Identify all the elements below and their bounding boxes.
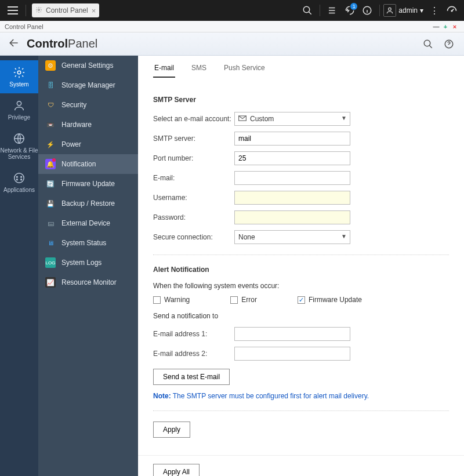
password-input[interactable] (234, 210, 350, 224)
email-address-1-input[interactable] (234, 327, 350, 341)
smtp-server-input[interactable] (234, 132, 350, 146)
pass-label: Password: (153, 213, 234, 221)
sidebar-item-backup[interactable]: 💾Backup / Restore (38, 194, 138, 213)
sidebar-item-external[interactable]: 🖴External Device (38, 213, 138, 233)
divider (379, 5, 380, 16)
admin-menu[interactable]: admin ▾ (396, 6, 426, 14)
logs-icon: LOG (45, 257, 56, 268)
sidebar-item-status[interactable]: 🖥System Status (38, 233, 138, 253)
username-input[interactable] (234, 191, 350, 205)
os-topbar: Control Panel × 1 admin ▾ ⋮ (0, 0, 464, 21)
svg-point-12 (21, 176, 22, 177)
tab-sms[interactable]: SMS (190, 61, 208, 78)
rail-privilege[interactable]: Privilege (0, 93, 38, 126)
svg-point-5 (424, 40, 430, 46)
notification-badge: 1 (350, 3, 357, 10)
send-test-email-button[interactable]: Send a test E-mail (153, 369, 230, 385)
monitor-icon: 📈 (45, 277, 56, 288)
port-label: Port number: (153, 154, 234, 162)
window-titlebar: Control Panel — + × (0, 21, 464, 32)
sidebar-item-logs[interactable]: LOGSystem Logs (38, 253, 138, 272)
account-select[interactable]: Custom ▼ (234, 112, 350, 126)
svg-point-0 (38, 9, 40, 10)
alert-section-title: Alert Notification (153, 266, 449, 274)
shield-icon: 🛡 (45, 100, 56, 110)
external-icon: 🖴 (45, 218, 56, 228)
info-icon[interactable] (358, 2, 376, 19)
checkbox-warning[interactable]: Warning (153, 296, 190, 304)
more-icon[interactable]: ⋮ (426, 2, 443, 19)
chevron-down-icon: ▾ (420, 6, 423, 14)
envelope-icon (238, 115, 246, 123)
minimize-button[interactable]: — (432, 23, 441, 30)
content-area: E-mail SMS Push Service SMTP Server Sele… (138, 56, 464, 476)
maximize-button[interactable]: + (441, 23, 450, 30)
send-to-label: Send a notification to (153, 312, 449, 320)
sidebar-item-general[interactable]: ⚙General Settings (38, 56, 138, 75)
tab-email[interactable]: E-mail (153, 61, 175, 78)
email-input[interactable] (234, 171, 350, 185)
close-icon[interactable]: × (92, 6, 96, 15)
svg-point-14 (21, 179, 22, 180)
divider (26, 5, 26, 16)
notifications-icon[interactable]: 1 (341, 2, 358, 19)
addr2-label: E-mail address 2: (153, 350, 234, 358)
svg-point-11 (16, 176, 17, 177)
menu-button[interactable] (3, 1, 22, 20)
secure-select[interactable]: None ▼ (234, 230, 350, 244)
sidebar-item-notification[interactable]: 🔔Notification (38, 154, 138, 174)
sidebar-item-storage[interactable]: 🗄Storage Manager (38, 75, 138, 95)
taskbar-tab-control-panel[interactable]: Control Panel × (32, 3, 99, 17)
checkbox-error[interactable]: Error (230, 296, 257, 304)
divider (153, 410, 449, 411)
secure-value: None (238, 233, 255, 241)
divider (320, 5, 320, 16)
admin-label: admin (398, 6, 418, 14)
update-dot-icon (52, 158, 56, 162)
dashboard-icon[interactable] (443, 2, 461, 19)
svg-point-7 (17, 71, 21, 74)
rail-network[interactable]: Network & File Services (0, 126, 38, 166)
app-header: ControlPanel (0, 32, 464, 56)
user-icon[interactable] (383, 4, 396, 17)
apply-all-button[interactable]: Apply All (153, 464, 200, 476)
account-value: Custom (250, 115, 274, 123)
svg-point-1 (304, 6, 310, 13)
email-label: E-mail: (153, 174, 234, 182)
page-title: ControlPanel (27, 37, 97, 50)
sidebar-item-hardware[interactable]: 📼Hardware (38, 115, 138, 135)
rail-applications[interactable]: Applications (0, 166, 38, 199)
account-label: Select an e-mail account: (153, 115, 234, 123)
port-input[interactable] (234, 151, 350, 165)
storage-icon: 🗄 (45, 80, 56, 90)
user-label: Username: (153, 194, 234, 202)
events-intro: When the following system events occur: (153, 282, 449, 290)
email-address-2-input[interactable] (234, 347, 350, 361)
search-button[interactable] (299, 2, 316, 19)
server-label: SMTP server: (153, 135, 234, 143)
sidebar-item-firmware[interactable]: 🔄Firmware Update (38, 174, 138, 194)
sidebar-item-security[interactable]: 🛡Security (38, 95, 138, 115)
sidebar: ⚙General Settings 🗄Storage Manager 🛡Secu… (38, 56, 138, 476)
header-search-button[interactable] (421, 37, 435, 51)
sidebar-item-power[interactable]: ⚡Power (38, 135, 138, 154)
svg-point-13 (16, 179, 17, 180)
backup-icon: 💾 (45, 198, 56, 209)
gear-icon (35, 6, 42, 15)
close-button[interactable]: × (450, 23, 459, 30)
svg-point-4 (451, 10, 452, 12)
volumes-icon[interactable] (324, 2, 341, 19)
help-button[interactable] (442, 37, 456, 51)
back-button[interactable] (8, 37, 20, 50)
secure-label: Secure connection: (153, 233, 234, 241)
sidebar-item-resource[interactable]: 📈Resource Monitor (38, 272, 138, 292)
checkbox-firmware[interactable]: Firmware Update (298, 296, 362, 304)
svg-point-10 (14, 173, 24, 183)
tabbar: E-mail SMS Push Service (138, 56, 464, 78)
svg-point-3 (389, 8, 392, 10)
status-icon: 🖥 (45, 238, 56, 248)
tab-push[interactable]: Push Service (223, 61, 266, 78)
apply-button[interactable]: Apply (153, 422, 190, 438)
gear-icon: ⚙ (45, 60, 56, 71)
rail-system[interactable]: System (0, 60, 38, 93)
